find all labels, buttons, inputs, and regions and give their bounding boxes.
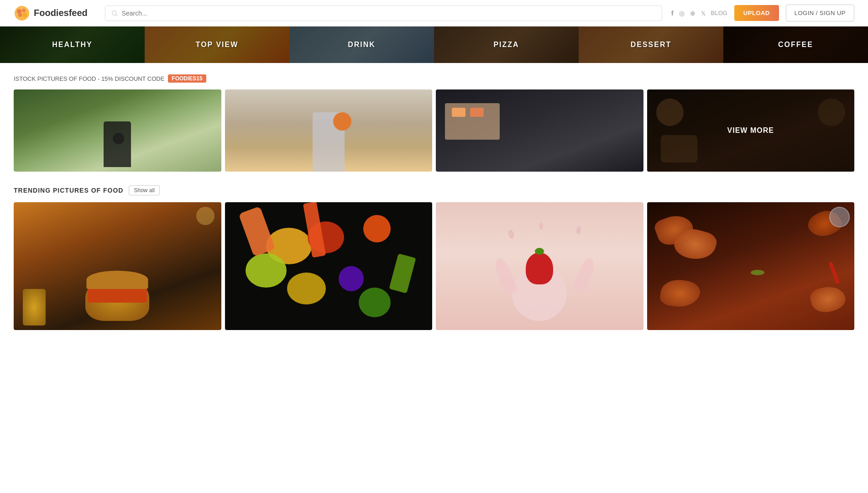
svg-point-4: [18, 13, 22, 17]
upload-button[interactable]: UPLOAD: [734, 5, 779, 21]
category-strip: HEALTHY TOP VIEW DRINK PIZZA DESSERT COF…: [0, 26, 868, 63]
istock-card-1[interactable]: [14, 89, 221, 172]
twitter-icon[interactable]: [701, 10, 706, 17]
category-label-healthy: HEALTHY: [52, 41, 92, 49]
login-button[interactable]: LOGIN / SIGN UP: [786, 5, 854, 21]
category-label-dessert: DESSERT: [631, 41, 672, 49]
istock-label: ISTOCK PICTURES OF FOOD - 15% DISCOUNT C…: [14, 75, 164, 82]
category-label-drink: DRINK: [348, 41, 376, 49]
istock-section: ISTOCK PICTURES OF FOOD - 15% DISCOUNT C…: [0, 63, 868, 176]
category-label-topview: TOP VIEW: [196, 41, 239, 49]
pinterest-icon[interactable]: [690, 10, 695, 17]
istock-header: ISTOCK PICTURES OF FOOD - 15% DISCOUNT C…: [14, 74, 854, 83]
trending-section: TRENDING PICTURES OF FOOD Show all: [0, 176, 868, 335]
istock-card-3[interactable]: [436, 89, 643, 172]
discount-code[interactable]: FOODIES15: [168, 74, 206, 83]
svg-point-3: [22, 13, 27, 17]
logo-text: Foodiesfeed: [34, 8, 88, 18]
category-topview[interactable]: TOP VIEW: [145, 26, 289, 63]
social-icons: BLOG: [671, 9, 727, 17]
category-drink[interactable]: DRINK: [289, 26, 434, 63]
view-more-overlay[interactable]: VIEW MORE: [647, 89, 855, 172]
trending-card-wings[interactable]: [647, 202, 855, 330]
trending-card-strawberry[interactable]: [436, 202, 643, 330]
svg-line-6: [116, 14, 118, 16]
istock-grid: VIEW MORE: [14, 89, 854, 172]
istock-card-2[interactable]: [225, 89, 433, 172]
blog-link[interactable]: BLOG: [711, 10, 727, 16]
svg-point-5: [112, 10, 116, 15]
instagram-icon[interactable]: [679, 10, 685, 17]
svg-point-1: [17, 9, 21, 14]
trending-header: TRENDING PICTURES OF FOOD Show all: [14, 185, 854, 195]
istock-card-4[interactable]: VIEW MORE: [647, 89, 855, 172]
trending-title: TRENDING PICTURES OF FOOD: [14, 187, 123, 194]
category-pizza[interactable]: PIZZA: [434, 26, 579, 63]
trending-card-burger[interactable]: [14, 202, 221, 330]
svg-point-0: [15, 6, 29, 21]
header: Foodiesfeed BLOG UPLOAD LOGIN / SIGN UP: [0, 0, 868, 26]
search-input[interactable]: [122, 10, 656, 17]
category-coffee[interactable]: COFFEE: [723, 26, 868, 63]
trending-card-vegetables[interactable]: [225, 202, 433, 330]
facebook-icon[interactable]: [671, 9, 674, 17]
category-dessert[interactable]: DESSERT: [579, 26, 723, 63]
logo-area: Foodiesfeed: [14, 5, 96, 21]
trending-grid: [14, 202, 854, 330]
search-bar: [105, 5, 662, 21]
category-label-pizza: PIZZA: [493, 41, 519, 49]
search-icon: [111, 10, 118, 17]
category-healthy[interactable]: HEALTHY: [0, 26, 145, 63]
show-all-button[interactable]: Show all: [129, 185, 159, 195]
view-more-label: VIEW MORE: [727, 126, 774, 135]
header-right: BLOG UPLOAD LOGIN / SIGN UP: [671, 5, 854, 21]
category-label-coffee: COFFEE: [778, 41, 813, 49]
svg-point-2: [22, 9, 26, 12]
logo-icon: [14, 5, 30, 21]
